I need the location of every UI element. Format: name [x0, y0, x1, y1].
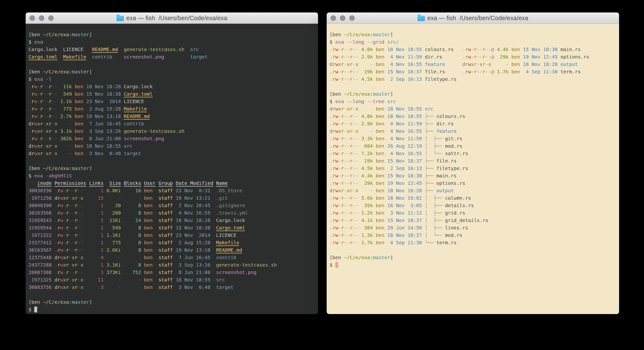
terminal-line: 20087308 .rw-r--r-- 1 373Ki 752 ben staf…: [28, 269, 315, 276]
terminal-line: $ exa -abghHliS: [28, 172, 315, 180]
terminal-line: .rw-r--r-- 384 ben 29 Jun 14:50 │ ├── li…: [330, 224, 616, 232]
terminal-line: [28, 291, 315, 298]
terminal-line: .rw-r--r-- 1.2k ben 3 Nov 11:12 │ ├── gr…: [330, 209, 616, 217]
terminal-line: drwxr-xr-x - ben 4 Nov 16:55 ├── feature: [330, 128, 616, 135]
terminal-line: .rw-r--r-- 4.8k ben 18 Nov 18:55 colours…: [330, 46, 616, 53]
terminal-line: $ exa --long --tree src: [330, 98, 616, 105]
terminal-line: inode Permissions Links Size Blocks User…: [28, 180, 315, 187]
terminal-line: $: [28, 306, 315, 313]
terminal-line: .rw-r--r-- 3.3k ben 4 Nov 11:59 │ ├── gi…: [330, 135, 616, 142]
terminal-line: drwxr-xr-x - ben 18 Nov 18:55 src: [330, 105, 616, 113]
terminal-line: .rw-r--r-- 549 ben 15 Nov 18:38 Cargo.to…: [28, 90, 315, 98]
terminal-line: [ben ~/C/e/exa:master]: [28, 165, 315, 172]
terminal-line: .rw-r--r-- 4.5k ben 2 Sep 16:13 filetype…: [330, 76, 616, 83]
terminal-line: drwxr-xr-x - ben 18 Nov 18:28 ├── output: [330, 187, 616, 194]
terminal-line: .rw-r--r-- 2.9k ben 4 Nov 11:59 ├── dir.…: [330, 120, 616, 128]
terminal-line: $ exa -l: [28, 76, 315, 83]
traffic-lights: [330, 12, 355, 24]
terminal-line: [ben ~/C/e/exa:master]: [330, 254, 616, 261]
terminal-line: [28, 157, 315, 165]
terminal-line: 1971322 .rw-r--r-- 1 1.1Ki 8 ben staff 2…: [28, 232, 315, 239]
terminal-line: [ben ~/C/e/exa:master]: [28, 298, 315, 306]
terminal-line: .rw-r--r-- 4.5k ben 2 Sep 16:13 ├── file…: [330, 165, 616, 172]
terminal-line: [330, 83, 616, 90]
titlebar[interactable]: exa — fish /Users/ben/Code/exa/exa: [327, 12, 619, 24]
terminal-screen[interactable]: [ben ~/C/e/exa:master]$ exa --long --gri…: [327, 24, 619, 314]
zoom-button[interactable]: [48, 15, 54, 21]
terminal-line: 30048390 .rw-r--r-- 1 20 8 ben staff 2 N…: [28, 202, 315, 209]
terminal-line: drwxr-xr-x - ben 18 Nov 18:55 src: [28, 142, 315, 150]
title-group: exa — fish /Users/ben/Code/exa/exa: [418, 14, 528, 22]
terminal-line: $ exa: [28, 38, 315, 46]
terminal-line: 30163566 .rw-r--r-- 1 200 8 ben staff 4 …: [28, 209, 315, 217]
terminal-window-left: exa — fish /Users/ben/Code/exa/exa [ben …: [26, 12, 318, 314]
terminal-line: 30163567 .rw-r--r-- 1 2.6Ki 8 ben staff …: [28, 246, 315, 254]
terminal-line: drwxr-xr-x - ben 7 Jun 16:45 contrib: [28, 120, 315, 128]
window-title: exa — fish /Users/ben/Code/exa/exa: [427, 14, 528, 22]
terminal-line: .rwxr-xr-x 3.1k ben 3 Sep 13:26 generate…: [28, 128, 315, 135]
terminal-line: [28, 61, 315, 68]
terminal-line: 30083756 drwxr-xr-x 3 - - ben staff 3 No…: [28, 284, 315, 291]
terminal-line: [ben ~/C/e/exa:master]: [28, 68, 315, 76]
terminal-line: [ben ~/C/e/exa:master]: [28, 31, 315, 38]
terminal-line: 1971258 drwxr-xr-x 15 - - ben staff 19 N…: [28, 194, 315, 202]
terminal-line: drwxr-xr-x - ben 4 Nov 16:55 feature drw…: [330, 61, 616, 68]
folder-icon: [116, 16, 124, 21]
terminal-line: .rw-r--r-- 2.7k ben 19 Nov 13:18 README.…: [28, 113, 315, 120]
terminal-line: 12375448 drwxr-xr-x 4 - - ben staff 7 Ju…: [28, 254, 315, 261]
terminal-line: 30030336 .rw-r--r-- 1 6.0Ki 16 ben staff…: [28, 187, 315, 194]
terminal-line: .rw-r--r-- 604 ben 26 Aug 12:19 │ ├── mo…: [330, 142, 616, 150]
terminal-line: 1971325 drwxr-xr-x 11 - - ben staff 18 N…: [28, 276, 315, 284]
terminal-line: .rw-r--r-- 35k ben 16 Nov 3:05 │ ├── det…: [330, 202, 616, 209]
minimize-button[interactable]: [39, 15, 44, 21]
terminal-line: drwxr-xr-x - ben 3 Nov 0:48 target: [28, 150, 315, 157]
terminal-line: 24377288 .rwxr-xr-x 1 3.1Ki 8 ben staff …: [28, 261, 315, 269]
terminal-line: 31959543 .rw-r--r-- 1 11Ki 24 ben staff …: [28, 217, 315, 224]
terminal-line: [330, 246, 616, 254]
terminal-line: .rw-r--r-- 382k ben 8 Jun 21:00 screensh…: [28, 135, 315, 142]
minimize-button[interactable]: [340, 15, 345, 21]
close-button[interactable]: [330, 15, 336, 21]
terminal-line: [ben ~/C/e/exa:master]: [330, 31, 616, 38]
terminal-line: .rw-r--r-- 19k ben 15 Nov 18:37 ├── file…: [330, 157, 616, 165]
title-group: exa — fish /Users/ben/Code/exa/exa: [116, 14, 227, 22]
close-button[interactable]: [30, 15, 35, 21]
terminal-line: 31959544 .rw-r--r-- 1 549 8 ben staff 15…: [28, 224, 315, 232]
terminal-line: .rw-r--r-- 1.7k ben 4 Sep 11:30 └── term…: [330, 239, 616, 246]
terminal-line: Cargo.toml Makefile contrib screenshot.p…: [28, 53, 315, 61]
terminal-line: $ exa --long --grid src/: [330, 38, 616, 46]
terminal-line: $: [330, 261, 616, 269]
terminal-line: .rw-r--r-- 4.4k ben 15 Nov 18:38 ├── mai…: [330, 172, 616, 180]
terminal-line: .rw-r--r-- 4.1k ben 15 Nov 18:37 │ ├── g…: [330, 217, 616, 224]
terminal-line: Cargo.lock LICENCE README.md generate-te…: [28, 46, 315, 53]
terminal-line: [ben ~/C/e/exa:master]: [330, 90, 616, 98]
traffic-lights: [30, 12, 54, 24]
window-title: exa — fish /Users/ben/Code/exa/exa: [126, 14, 227, 22]
terminal-line: .rw-r--r-- 4.8k ben 18 Nov 18:55 ├── col…: [330, 113, 616, 120]
zoom-button[interactable]: [349, 15, 355, 21]
terminal-window-right: exa — fish /Users/ben/Code/exa/exa [ben …: [327, 12, 619, 314]
terminal-line: .rw-r--r-- 1.3k ben 18 Nov 18:27 │ └── m…: [330, 232, 616, 239]
terminal-line: .rw-r--r-- 11k ben 18 Nov 18:28 Cargo.lo…: [28, 83, 315, 90]
terminal-line: .rw-r--r-- 29k ben 19 Nov 12:45 ├── opti…: [330, 180, 616, 187]
folder-icon: [418, 16, 425, 21]
terminal-line: 23377412 .rw-r--r-- 1 775 8 ben staff 2 …: [28, 239, 315, 246]
terminal-line: .rw-r--r-- 2.9k ben 4 Nov 11:59 dir.rs .…: [330, 53, 616, 61]
terminal-line: .rw-r--r-- 775 ben 2 Aug 15:28 Makefile: [28, 105, 315, 113]
terminal-line: .rw-r--r-- 19k ben 15 Nov 18:37 file.rs …: [330, 68, 616, 76]
terminal-line: .rw-r--r-- 7.2k ben 4 Nov 16:55 │ └── xa…: [330, 150, 616, 157]
terminal-line: .rw-r--r-- 1.1k ben 23 Nov 2014 LICENCE: [28, 98, 315, 105]
terminal-screen[interactable]: [ben ~/C/e/exa:master]$ exaCargo.lock LI…: [26, 24, 318, 314]
titlebar[interactable]: exa — fish /Users/ben/Code/exa/exa: [26, 12, 318, 24]
terminal-line: .rw-r--r-- 5.6k ben 18 Nov 19:02 │ ├── c…: [330, 194, 616, 202]
